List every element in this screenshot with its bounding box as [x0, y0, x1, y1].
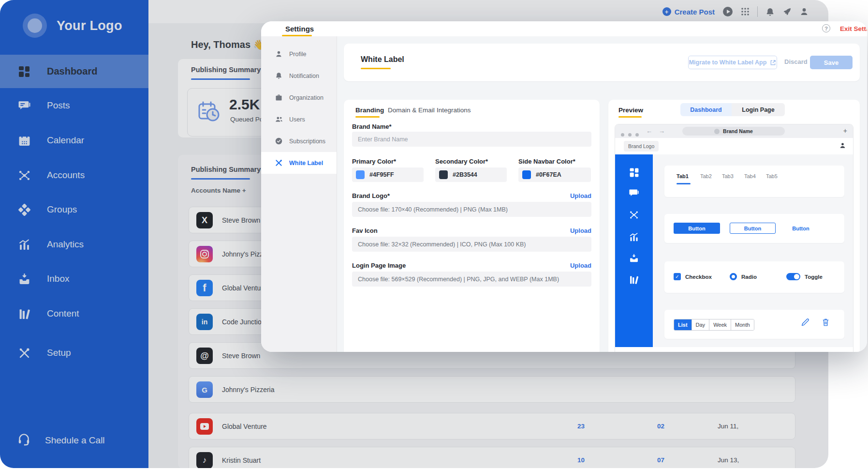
apps-grid-icon[interactable] — [741, 7, 750, 16]
branding-form-card: Branding Domain & Email Integrations Bra… — [344, 100, 600, 352]
mock-app-header: Brand Logo — [615, 138, 853, 154]
profile-avatar-icon[interactable] — [799, 7, 809, 16]
table-row[interactable]: ♪ Kristin Stuart 10 07 Jun 13, — [189, 447, 795, 468]
sidebar-item-dashboard[interactable]: Dashboard — [0, 55, 148, 88]
sidebar-item-posts[interactable]: Posts — [0, 91, 148, 120]
setup-tools-icon — [17, 346, 31, 360]
settings-nav-users[interactable]: Users — [261, 108, 337, 130]
login-image-upload-link[interactable]: Upload — [570, 262, 591, 269]
navbar-color-swatch[interactable] — [522, 170, 531, 179]
save-button[interactable]: Save — [810, 56, 853, 69]
tab-publishing-summary[interactable]: Publishing Summary — [191, 66, 261, 74]
sidebar-item-label: Setup — [47, 348, 71, 358]
create-post-button[interactable]: + Create Post — [662, 7, 715, 16]
mock-button-filled[interactable]: Button — [674, 223, 720, 234]
brand-logo-upload-link[interactable]: Upload — [570, 192, 591, 199]
brand-logo-file-input[interactable]: Choose file: 170×40 (Recommended) | PNG … — [352, 202, 591, 217]
mock-tab3[interactable]: Tab3 — [722, 173, 734, 179]
new-tab-plus-icon[interactable]: + — [843, 127, 847, 135]
mock-view-list[interactable]: List — [674, 319, 692, 330]
users-icon — [275, 115, 283, 123]
sidebar-item-calendar[interactable]: Calendar — [0, 126, 148, 154]
back-arrow-icon[interactable]: ← — [646, 127, 652, 135]
notifications-bell-icon[interactable] — [765, 7, 775, 16]
settings-nav-label: Notification — [289, 73, 319, 79]
migrate-label: Migrate to White Label App — [689, 59, 767, 66]
tab-branding[interactable]: Branding — [355, 106, 384, 114]
google-business-icon: G — [196, 381, 213, 398]
exit-settings-button[interactable]: Exit Settings — [840, 25, 867, 32]
settings-nav-label: Subscriptions — [289, 138, 325, 145]
mock-button-text[interactable]: Button — [786, 223, 815, 234]
fav-icon-file-input[interactable]: Choose file: 32×32 (Recommended) | ICO, … — [352, 237, 591, 252]
navbar-color-value: #0F67EA — [536, 171, 561, 178]
table-row[interactable]: Global Venture 23 02 Jun 11, — [189, 413, 795, 440]
settings-nav-white-label[interactable]: White Label — [261, 152, 337, 174]
logo-avatar — [23, 14, 47, 38]
login-image-file-input[interactable]: Choose file: 569×529 (Recommended) | PNG… — [352, 272, 591, 287]
rocket-icon[interactable] — [782, 7, 792, 16]
secondary-color-input[interactable]: #2B3544 — [435, 167, 507, 182]
settings-modal: Settings ? Exit Settings Profile Notific… — [261, 21, 867, 352]
tab-domain-email[interactable]: Domain & Email — [388, 106, 435, 114]
delete-trash-icon[interactable] — [822, 318, 830, 329]
mock-tab1[interactable]: Tab1 — [677, 173, 689, 179]
sidebar-item-label: Calendar — [47, 135, 84, 146]
mock-tab5[interactable]: Tab5 — [766, 173, 778, 179]
preview-tab-dashboard[interactable]: Dashboard — [680, 103, 732, 116]
settings-nav-subscriptions[interactable]: Subscriptions — [261, 130, 337, 152]
mock-radio[interactable] — [730, 273, 737, 280]
table-row[interactable]: G Johnny's Pizzeria — [189, 376, 795, 403]
mock-checkbox[interactable]: ✓ — [674, 273, 681, 280]
primary-color-swatch[interactable] — [356, 170, 365, 179]
threads-icon: @ — [196, 348, 213, 364]
mock-view-month[interactable]: Month — [731, 319, 754, 330]
address-bar[interactable]: Brand Name — [682, 127, 785, 136]
sidebar-item-label: Dashboard — [47, 66, 97, 77]
preview-card: Preview Dashboard Login Page ← → Brand N… — [608, 100, 860, 352]
headset-icon — [17, 433, 30, 448]
external-link-icon — [770, 60, 776, 66]
settings-nav-label: Users — [289, 116, 305, 123]
account-name: Johnny's Pizzeria — [222, 386, 275, 394]
primary-color-label: Primary Color* — [352, 158, 396, 165]
forward-arrow-icon[interactable]: → — [659, 127, 665, 135]
settings-nav-organization[interactable]: Organization — [261, 87, 337, 108]
accounts-network-icon — [17, 168, 31, 182]
column-header-accounts-name[interactable]: Accounts Name + — [191, 187, 246, 194]
posts-icon — [17, 99, 31, 112]
edit-pencil-icon[interactable] — [801, 318, 809, 329]
mock-view-week[interactable]: Week — [709, 319, 731, 330]
sidebar-item-content[interactable]: Content — [0, 300, 148, 328]
top-bar: + Create Post — [148, 0, 828, 23]
fav-icon-upload-link[interactable]: Upload — [570, 227, 591, 234]
sidebar-item-groups[interactable]: Groups — [0, 196, 148, 224]
row-date: Jun 11, — [718, 423, 738, 430]
secondary-color-swatch[interactable] — [439, 170, 448, 179]
sidebar-item-setup[interactable]: Setup — [0, 339, 148, 367]
sidebar-item-accounts[interactable]: Accounts — [0, 161, 148, 189]
help-icon[interactable]: ? — [822, 24, 830, 32]
content-books-icon — [17, 307, 31, 320]
mock-tab4[interactable]: Tab4 — [744, 173, 756, 179]
navbar-color-input[interactable]: #0F67EA — [518, 167, 591, 182]
mock-button-outlined[interactable]: Button — [730, 223, 776, 234]
migrate-button[interactable]: Migrate to White Label App — [688, 56, 777, 69]
mock-view-day[interactable]: Day — [692, 319, 710, 330]
play-icon[interactable] — [722, 6, 733, 17]
mock-posts-icon — [629, 188, 639, 198]
preview-tab-login-page[interactable]: Login Page — [732, 103, 785, 116]
schedule-a-call-button[interactable]: Shedule a Call — [0, 426, 148, 455]
discard-button[interactable]: Discard — [784, 58, 808, 65]
sidebar-item-analytics[interactable]: Analytics — [0, 230, 148, 258]
sidebar-item-inbox[interactable]: Inbox — [0, 265, 148, 293]
brand-name-input[interactable]: Enter Brand Name — [352, 132, 591, 147]
primary-color-input[interactable]: #4F95FF — [352, 167, 424, 182]
tab-integrations[interactable]: Integrations — [437, 106, 471, 114]
tab-publishing-summary-2[interactable]: Publishing Summary — [191, 166, 261, 173]
mock-tab2[interactable]: Tab2 — [700, 173, 712, 179]
browser-chrome-bar: ← → Brand Name + — [615, 124, 853, 138]
settings-nav-notification[interactable]: Notification — [261, 65, 337, 87]
mock-toggle[interactable] — [786, 273, 800, 280]
settings-nav-profile[interactable]: Profile — [261, 43, 337, 65]
